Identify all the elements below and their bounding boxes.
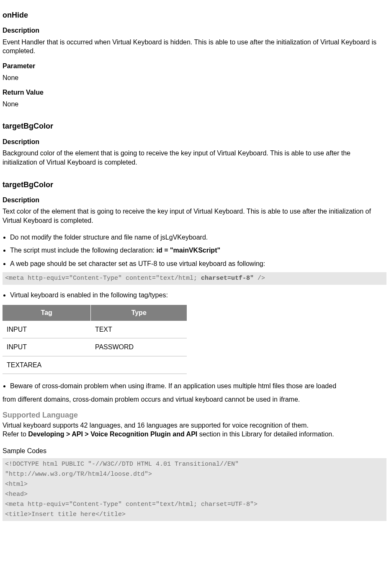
sample-codes-block: <!DOCTYPE html PUBLIC "-//W3C//DTD HTML … — [3, 458, 386, 521]
note-item-2-pre: The script must include the following de… — [10, 247, 157, 254]
notes-list-1: Do not modify the folder structure and f… — [3, 233, 386, 268]
onhide-return-text: None — [3, 100, 386, 109]
targetbgcolor2-title: targetBgColor — [3, 180, 386, 190]
table-row: TEXTAREA — [3, 356, 187, 374]
notes-list-3: Beware of cross-domain problem when usin… — [3, 382, 386, 391]
tag-type-table: Tag Type INPUT TEXT INPUT PASSWORD TEXTA… — [3, 305, 187, 374]
targetbgcolor1-desc-label: Description — [3, 137, 386, 147]
note-item-2: The script must include the following de… — [10, 246, 386, 255]
targetbgcolor1-title: targetBgColor — [3, 121, 386, 131]
note-item-tagtypes: Virtual keyboard is enabled in the follo… — [10, 291, 386, 300]
table-cell-type — [91, 356, 187, 374]
onhide-desc-label: Description — [3, 26, 386, 35]
supported-line1: Virtual keyboard supports 42 languages, … — [3, 421, 386, 430]
targetbgcolor2-desc-label: Description — [3, 196, 386, 205]
supported-line2-post: section in this Library for detailed inf… — [197, 431, 334, 438]
table-row: INPUT TEXT — [3, 321, 187, 338]
table-cell-tag: TEXTAREA — [3, 356, 91, 374]
meta-code-pre: <meta http-equiv="Content-Type" content=… — [5, 275, 201, 282]
onhide-param-text: None — [3, 73, 386, 83]
onhide-return-label: Return Value — [3, 88, 386, 97]
supported-line2-bold: Developing > API > Voice Recognition Plu… — [28, 431, 197, 438]
supported-language-title: Supported Language — [3, 410, 386, 420]
targetbgcolor2-desc-text: Text color of the element that is going … — [3, 207, 386, 225]
notes-list-2: Virtual keyboard is enabled in the follo… — [3, 291, 386, 300]
table-cell-tag: INPUT — [3, 338, 91, 356]
supported-line2-pre: Refer to — [3, 431, 28, 438]
targetbgcolor1-desc-text: Background color of the element that is … — [3, 149, 386, 167]
onhide-param-label: Parameter — [3, 62, 386, 71]
table-header-type: Type — [91, 305, 187, 321]
meta-code-post: /> — [254, 275, 265, 282]
meta-code-block: <meta http-equiv="Content-Type" content=… — [3, 272, 386, 285]
onhide-title: onHide — [3, 10, 386, 20]
note-item-crossdomain-cont: from different domains, cross-domain pro… — [3, 395, 386, 404]
table-cell-type: TEXT — [91, 321, 187, 338]
note-item-2-bold: id = "mainVKScript" — [157, 247, 221, 254]
table-header-tag: Tag — [3, 305, 91, 321]
note-item-1: Do not modify the folder structure and f… — [10, 233, 386, 242]
note-item-crossdomain-bullet: Beware of cross-domain problem when usin… — [10, 382, 386, 391]
meta-code-bold: charset=utf-8" — [201, 275, 254, 282]
table-cell-tag: INPUT — [3, 321, 91, 338]
table-cell-type: PASSWORD — [91, 338, 187, 356]
supported-line2: Refer to Developing > API > Voice Recogn… — [3, 430, 386, 439]
note-item-3: A web page should be set character set a… — [10, 259, 386, 268]
table-row: INPUT PASSWORD — [3, 338, 187, 356]
table-header-row: Tag Type — [3, 305, 187, 321]
sample-codes-label: Sample Codes — [3, 446, 386, 456]
onhide-desc-text: Event Handler that is occurred when Virt… — [3, 38, 386, 56]
